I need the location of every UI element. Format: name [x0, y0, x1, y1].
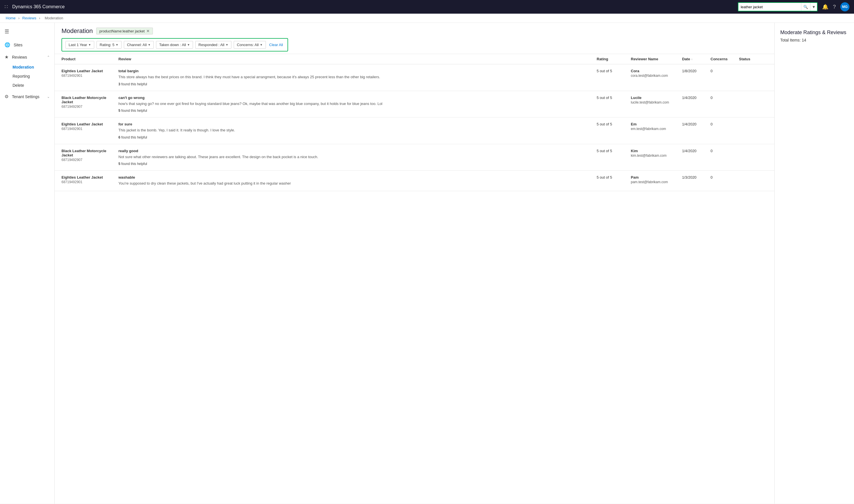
table-row: Eighties Leather Jacket 68719492901 tota… [55, 64, 774, 91]
reviews-icon: ★ [4, 54, 8, 60]
date-cell: 1/3/2020 [682, 175, 711, 179]
review-cell: really good Not sure what other reviewer… [118, 149, 597, 166]
concerns-cell: 0 [711, 69, 739, 73]
review-cell: total bargin This store always has the b… [118, 69, 597, 86]
sidebar-item-sites-label: Sites [14, 43, 22, 47]
content-area: Moderation productName:leather jacket ✕ … [55, 23, 774, 504]
channel-filter-button[interactable]: Channel: All ▼ [124, 41, 154, 49]
col-header-review: Review [118, 57, 597, 61]
taken-down-filter-button[interactable]: Taken down : All ▼ [156, 41, 193, 49]
sidebar-section-tenant: ⚙ Tenant Settings ⌄ [0, 91, 54, 102]
col-header-rating: Rating [597, 57, 631, 61]
product-cell: Black Leather Motorcycle Jacket 68719492… [62, 149, 118, 162]
table-row: Eighties Leather Jacket 68719492901 for … [55, 118, 774, 144]
rating-filter-label: Rating: 5 [100, 43, 115, 47]
reviewer-cell: Pam pam.test@fabrikam.com [631, 175, 682, 184]
col-header-date[interactable]: Date ↓ [682, 57, 711, 61]
page-header: Moderation productName:leather jacket ✕ … [55, 23, 774, 54]
main-layout: ☰ 🌐 Sites ★ Reviews ⌃ Moderation Reporti… [0, 23, 854, 504]
channel-filter-label: Channel: All [127, 43, 146, 47]
topbar-actions: 🔍 ▼ 🔔 ? MG [738, 2, 850, 11]
reviewer-cell: Kim kim.test@fabrikam.com [631, 149, 682, 158]
concerns-cell: 0 [711, 95, 739, 100]
concerns-filter-chevron-icon: ▼ [260, 43, 263, 47]
sidebar-section-sites: 🌐 Sites [0, 39, 54, 50]
concerns-cell: 0 [711, 175, 739, 179]
right-panel: Moderate Ratings & Reviews Total Items: … [774, 23, 854, 504]
breadcrumb-home[interactable]: Home [6, 16, 16, 20]
product-cell: Eighties Leather Jacket 68719492901 [62, 175, 118, 184]
sidebar-section-reviews: ★ Reviews ⌃ Moderation Reporting Delete [0, 52, 54, 90]
reviews-table-container: Product Review Rating Reviewer Name Date… [55, 54, 774, 504]
date-cell: 1/4/2020 [682, 122, 711, 126]
reviewer-cell: Lucile lucile.test@fabrikam.com [631, 95, 682, 104]
right-panel-total: Total Items: 14 [780, 38, 848, 42]
filter-tag-text: productName:leather jacket [99, 29, 145, 33]
app-title: Dynamics 365 Commerce [12, 4, 738, 10]
filters-row: Last 1 Year ▼ Rating: 5 ▼ Channel: All ▼… [62, 38, 288, 52]
date-cell: 1/4/2020 [682, 95, 711, 100]
active-filter-tag: productName:leather jacket ✕ [96, 28, 153, 34]
concerns-cell: 0 [711, 149, 739, 153]
product-cell: Eighties Leather Jacket 68719492901 [62, 122, 118, 131]
sidebar-item-reviews[interactable]: ★ Reviews ⌃ [0, 52, 54, 62]
search-button[interactable]: 🔍 [801, 3, 810, 11]
rating-filter-chevron-icon: ▼ [116, 43, 118, 47]
date-cell: 1/4/2020 [682, 149, 711, 153]
avatar[interactable]: MG [840, 2, 850, 11]
product-cell: Black Leather Motorcycle Jacket 68719492… [62, 95, 118, 109]
tenant-chevron-icon: ⌄ [47, 95, 50, 99]
sidebar: ☰ 🌐 Sites ★ Reviews ⌃ Moderation Reporti… [0, 23, 55, 504]
rating-filter-button[interactable]: Rating: 5 ▼ [97, 41, 122, 49]
help-icon[interactable]: ? [833, 4, 836, 10]
gear-icon: ⚙ [4, 94, 8, 99]
concerns-cell: 0 [711, 122, 739, 126]
sidebar-item-tenant-label: Tenant Settings [12, 94, 39, 99]
rating-cell: 5 out of 5 [597, 69, 631, 73]
search-input[interactable] [738, 3, 801, 11]
taken-down-filter-chevron-icon: ▼ [187, 43, 190, 47]
table-header: Product Review Rating Reviewer Name Date… [55, 54, 774, 64]
right-panel-title: Moderate Ratings & Reviews [780, 30, 848, 36]
rating-cell: 5 out of 5 [597, 149, 631, 153]
grid-icon[interactable]: ∷ [4, 4, 8, 10]
date-sort-icon: ↓ [691, 57, 693, 60]
col-header-reviewer: Reviewer Name [631, 57, 682, 61]
sidebar-item-reviews-label: Reviews [12, 55, 27, 59]
global-search-box[interactable]: 🔍 ▼ [738, 2, 818, 11]
sidebar-item-reporting[interactable]: Reporting [0, 72, 54, 81]
review-cell: can't go wrong how's that saying go? no … [118, 95, 597, 113]
topbar: ∷ Dynamics 365 Commerce 🔍 ▼ 🔔 ? MG [0, 0, 854, 14]
concerns-filter-button[interactable]: Concerns: All ▼ [234, 41, 266, 49]
channel-filter-chevron-icon: ▼ [148, 43, 151, 47]
col-header-concerns: Concerns [711, 57, 739, 61]
search-dropdown-button[interactable]: ▼ [810, 3, 817, 11]
sidebar-menu-toggle[interactable]: ☰ [0, 25, 54, 38]
reviewer-cell: Em em.test@fabrikam.com [631, 122, 682, 131]
col-header-status: Status [739, 57, 767, 61]
review-cell: for sure This jacket is the bomb. Yep, I… [118, 122, 597, 139]
responded-filter-label: Responded : All [198, 43, 224, 47]
rating-cell: 5 out of 5 [597, 175, 631, 179]
year-filter-button[interactable]: Last 1 Year ▼ [66, 41, 94, 49]
responded-filter-button[interactable]: Responded : All ▼ [195, 41, 231, 49]
reviews-chevron-icon: ⌃ [47, 55, 50, 59]
table-row: Eighties Leather Jacket 68719492901 wash… [55, 170, 774, 191]
reviewer-cell: Cora cora.test@fabrikam.com [631, 69, 682, 78]
table-row: Black Leather Motorcycle Jacket 68719492… [55, 144, 774, 171]
year-filter-chevron-icon: ▼ [88, 43, 91, 47]
sidebar-item-tenant-settings[interactable]: ⚙ Tenant Settings ⌄ [0, 91, 54, 102]
clear-all-button[interactable]: Clear All [268, 41, 284, 48]
breadcrumb-reviews[interactable]: Reviews [22, 16, 36, 20]
sidebar-item-sites[interactable]: 🌐 Sites [0, 39, 54, 50]
sidebar-item-delete[interactable]: Delete [0, 81, 54, 90]
rating-cell: 5 out of 5 [597, 95, 631, 100]
filter-tag-close-icon[interactable]: ✕ [146, 29, 150, 33]
table-row: Black Leather Motorcycle Jacket 68719492… [55, 91, 774, 118]
col-header-product: Product [62, 57, 118, 61]
concerns-filter-label: Concerns: All [237, 43, 259, 47]
sidebar-item-moderation[interactable]: Moderation [0, 62, 54, 72]
product-cell: Eighties Leather Jacket 68719492901 [62, 69, 118, 78]
notification-icon[interactable]: 🔔 [822, 4, 829, 10]
breadcrumb: Home › Reviews › Moderation [0, 14, 854, 23]
